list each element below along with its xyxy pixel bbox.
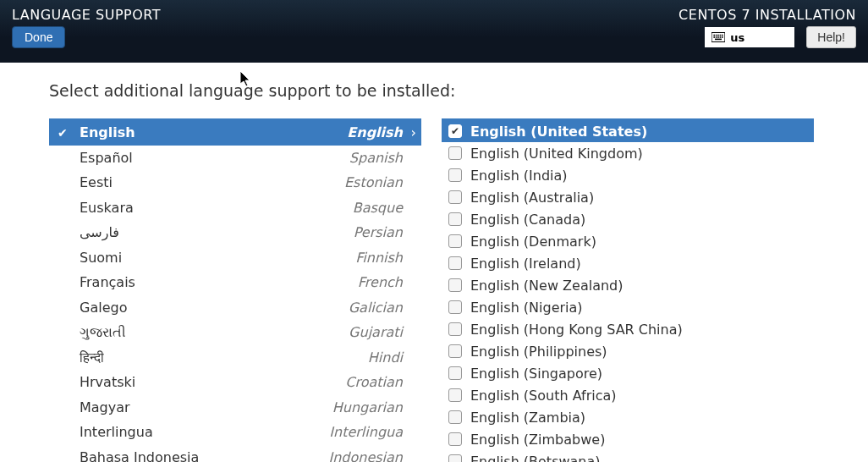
locale-row[interactable]: English (Canada) (442, 208, 814, 230)
locale-checkbox[interactable] (448, 432, 462, 446)
locale-label: English (Botswana) (470, 454, 601, 463)
language-row[interactable]: EuskaraBasque (49, 195, 421, 221)
locale-row[interactable]: English (United Kingdom) (442, 142, 814, 164)
locale-label: English (Singapore) (470, 366, 602, 382)
locale-row[interactable]: English (Botswana) (442, 450, 814, 462)
locale-checkbox[interactable] (448, 300, 462, 314)
locale-row[interactable]: English (United States) (442, 120, 814, 142)
language-row[interactable]: ગુજરાતીGujarati (49, 320, 421, 345)
install-title: CENTOS 7 INSTALLATION (678, 7, 856, 23)
locale-checkbox[interactable] (448, 256, 462, 270)
language-native-label: Magyar (80, 399, 332, 415)
locale-checkbox[interactable] (448, 388, 462, 402)
locale-row[interactable]: English (Philippines) (442, 340, 814, 362)
locale-label: English (Zimbabwe) (470, 432, 605, 448)
language-row[interactable]: InterlinguaInterlingua (49, 420, 421, 445)
language-english-label: Hungarian (332, 399, 409, 415)
locale-row[interactable]: English (Hong Kong SAR China) (442, 318, 814, 340)
content: Select additional language support to be… (0, 63, 868, 462)
done-button[interactable]: Done (12, 26, 65, 48)
keyboard-layout-indicator[interactable]: us (705, 27, 794, 47)
svg-rect-10 (722, 36, 723, 38)
svg-rect-4 (720, 35, 722, 36)
locale-checkbox[interactable] (448, 366, 462, 380)
locale-checkbox[interactable] (448, 212, 462, 226)
language-english-label: Galician (349, 300, 409, 316)
locale-row[interactable]: English (South Africa) (442, 384, 814, 406)
svg-rect-6 (714, 36, 716, 38)
locale-checkbox[interactable] (448, 124, 462, 138)
language-row[interactable]: MagyarHungarian (49, 395, 421, 421)
language-list[interactable]: ✔EnglishEnglish›EspañolSpanishEestiEston… (49, 118, 421, 462)
top-bar-left: LANGUAGE SUPPORT Done (12, 7, 161, 48)
language-native-label: Bahasa Indonesia (80, 449, 328, 462)
locale-checkbox[interactable] (448, 146, 462, 160)
language-row[interactable]: HrvatskiCroatian (49, 370, 421, 395)
language-row[interactable]: فارسیPersian (49, 220, 421, 245)
language-native-label: Eesti (80, 174, 344, 190)
locale-checkbox[interactable] (448, 278, 462, 292)
locale-row[interactable]: English (Singapore) (442, 362, 814, 384)
svg-rect-8 (718, 36, 720, 38)
svg-rect-3 (718, 35, 720, 36)
language-native-label: Español (80, 150, 349, 166)
locale-checkbox[interactable] (448, 234, 462, 248)
language-row[interactable]: ✔EnglishEnglish› (49, 120, 421, 146)
language-english-label: Hindi (368, 349, 409, 366)
locale-label: English (Canada) (470, 212, 585, 228)
check-icon: ✔ (58, 126, 68, 140)
language-row[interactable]: FrançaisFrench (49, 270, 421, 295)
locale-checkbox[interactable] (448, 344, 462, 358)
language-native-label: ગુજરાતી (80, 324, 349, 340)
locale-row[interactable]: English (New Zealand) (442, 274, 814, 296)
locale-row[interactable]: English (Zambia) (442, 406, 814, 428)
locale-checkbox[interactable] (448, 454, 462, 462)
locale-label: English (United States) (470, 124, 647, 140)
svg-rect-5 (722, 35, 723, 36)
language-native-label: Hrvatski (80, 374, 345, 390)
locale-label: English (United Kingdom) (470, 146, 643, 162)
locale-row[interactable]: English (Ireland) (442, 252, 814, 274)
language-row[interactable]: Bahasa IndonesiaIndonesian (49, 445, 421, 463)
svg-rect-9 (720, 36, 722, 38)
svg-rect-11 (715, 39, 722, 41)
locale-checkbox[interactable] (448, 168, 462, 182)
locale-label: English (New Zealand) (470, 278, 623, 294)
language-english-label: Interlingua (329, 424, 409, 440)
svg-rect-1 (714, 35, 716, 36)
locale-row[interactable]: English (Nigeria) (442, 296, 814, 318)
svg-rect-2 (716, 35, 717, 36)
language-row[interactable]: EestiEstonian (49, 170, 421, 195)
keyboard-icon (711, 32, 725, 42)
language-native-label: Euskara (80, 200, 353, 216)
locale-row[interactable]: English (Australia) (442, 186, 814, 208)
locale-label: English (Hong Kong SAR China) (470, 322, 683, 338)
language-row[interactable]: GalegoGalician (49, 295, 421, 321)
language-native-label: Français (80, 274, 358, 290)
locale-label: English (Zambia) (470, 410, 585, 426)
language-english-label: Spanish (349, 150, 409, 166)
locale-checkbox[interactable] (448, 410, 462, 424)
locale-row[interactable]: English (Denmark) (442, 230, 814, 252)
language-row[interactable]: SuomiFinnish (49, 245, 421, 271)
locale-row[interactable]: English (Zimbabwe) (442, 428, 814, 450)
locale-label: English (India) (470, 168, 568, 184)
language-english-label: French (358, 274, 409, 290)
language-english-label: English (347, 124, 409, 140)
language-english-label: Gujarati (349, 324, 409, 340)
locale-list[interactable]: English (United States)English (United K… (442, 118, 814, 462)
prompt-text: Select additional language support to be… (49, 81, 841, 100)
language-row[interactable]: EspañolSpanish (49, 146, 421, 171)
language-native-label: Suomi (80, 250, 355, 266)
top-bar-right: CENTOS 7 INSTALLATION us Help! (678, 7, 856, 48)
chevron-right-icon: › (411, 124, 416, 140)
language-row[interactable]: हिन्दीHindi (49, 345, 421, 371)
locale-label: English (Denmark) (470, 234, 596, 250)
keyboard-layout-label: us (730, 31, 744, 44)
language-native-label: Interlingua (80, 424, 329, 440)
locale-row[interactable]: English (India) (442, 164, 814, 186)
help-button[interactable]: Help! (806, 26, 856, 48)
locale-label: English (Ireland) (470, 256, 581, 272)
locale-checkbox[interactable] (448, 322, 462, 336)
locale-checkbox[interactable] (448, 190, 462, 204)
